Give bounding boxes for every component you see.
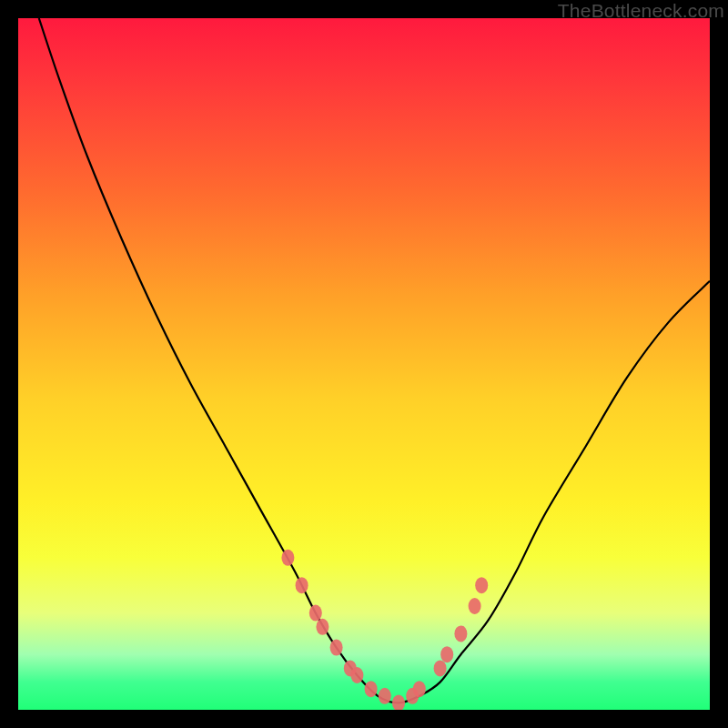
highlight-point: [392, 694, 405, 710]
highlight-markers: [281, 550, 488, 710]
highlight-point: [469, 598, 481, 614]
highlight-point: [309, 605, 322, 622]
bottleneck-curve: [39, 18, 710, 703]
highlight-point: [316, 619, 329, 635]
highlight-point: [434, 660, 447, 676]
highlight-point: [475, 577, 488, 593]
highlight-point: [330, 640, 343, 656]
watermark-text: TheBottleneck.com: [558, 0, 724, 22]
highlight-point: [379, 688, 391, 704]
highlight-point: [281, 550, 294, 566]
highlight-point: [296, 577, 308, 593]
highlight-point: [365, 681, 378, 697]
highlight-point: [350, 667, 363, 683]
highlight-point: [454, 625, 467, 642]
highlight-point: [440, 646, 453, 662]
highlight-point: [413, 681, 426, 697]
chart-plot-area: [18, 18, 710, 710]
chart-svg: [18, 18, 710, 710]
